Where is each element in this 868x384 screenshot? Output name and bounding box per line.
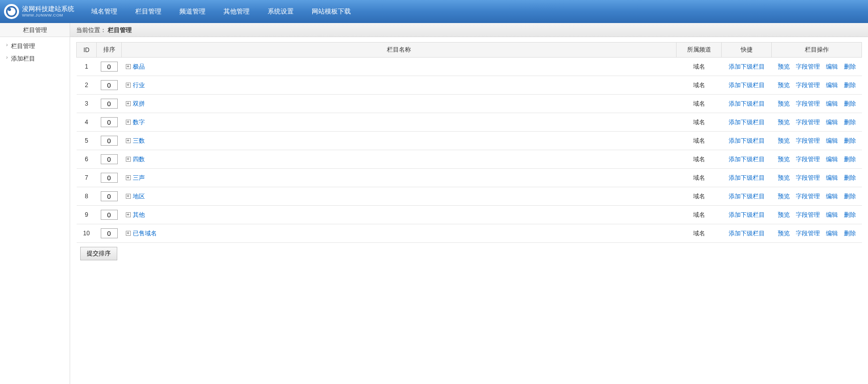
th-ops: 栏目操作 bbox=[772, 43, 862, 58]
cell-quick: 添加下级栏目 bbox=[722, 58, 772, 76]
field-manage-link[interactable]: 字段管理 bbox=[796, 192, 820, 201]
expand-icon[interactable]: + bbox=[126, 64, 131, 69]
field-manage-link[interactable]: 字段管理 bbox=[796, 100, 820, 108]
delete-link[interactable]: 删除 bbox=[844, 155, 856, 164]
preview-link[interactable]: 预览 bbox=[778, 63, 790, 71]
preview-link[interactable]: 预览 bbox=[778, 81, 790, 90]
cell-name: +地区 bbox=[122, 187, 677, 206]
column-name-link[interactable]: 已售域名 bbox=[133, 230, 157, 237]
add-sub-column-link[interactable]: 添加下级栏目 bbox=[729, 193, 765, 200]
sort-input[interactable] bbox=[101, 99, 118, 109]
topnav-item-3[interactable]: 其他管理 bbox=[214, 0, 259, 23]
topnav-item-2[interactable]: 频道管理 bbox=[170, 0, 214, 23]
column-name-link[interactable]: 行业 bbox=[133, 82, 145, 89]
cell-sort bbox=[97, 113, 122, 132]
topnav-item-4[interactable]: 系统设置 bbox=[259, 0, 303, 23]
edit-link[interactable]: 编辑 bbox=[826, 192, 838, 201]
delete-link[interactable]: 删除 bbox=[844, 63, 856, 71]
add-sub-column-link[interactable]: 添加下级栏目 bbox=[729, 63, 765, 70]
field-manage-link[interactable]: 字段管理 bbox=[796, 137, 820, 145]
delete-link[interactable]: 删除 bbox=[844, 211, 856, 219]
table-row: 7+三声域名添加下级栏目预览字段管理编辑删除 bbox=[77, 169, 862, 187]
edit-link[interactable]: 编辑 bbox=[826, 211, 838, 219]
edit-link[interactable]: 编辑 bbox=[826, 137, 838, 145]
add-sub-column-link[interactable]: 添加下级栏目 bbox=[729, 82, 765, 89]
sort-input[interactable] bbox=[101, 62, 118, 72]
preview-link[interactable]: 预览 bbox=[778, 174, 790, 182]
add-sub-column-link[interactable]: 添加下级栏目 bbox=[729, 174, 765, 181]
column-name-link[interactable]: 地区 bbox=[133, 193, 145, 200]
sort-input[interactable] bbox=[101, 210, 118, 220]
column-name-link[interactable]: 三声 bbox=[133, 174, 145, 181]
sort-input[interactable] bbox=[101, 136, 118, 146]
sort-input[interactable] bbox=[101, 117, 118, 127]
cell-ops: 预览字段管理编辑删除 bbox=[772, 187, 862, 206]
field-manage-link[interactable]: 字段管理 bbox=[796, 81, 820, 90]
edit-link[interactable]: 编辑 bbox=[826, 155, 838, 164]
column-name-link[interactable]: 数字 bbox=[133, 119, 145, 126]
column-name-link[interactable]: 四数 bbox=[133, 156, 145, 163]
cell-sort bbox=[97, 150, 122, 169]
field-manage-link[interactable]: 字段管理 bbox=[796, 211, 820, 219]
sort-input[interactable] bbox=[101, 80, 118, 90]
delete-link[interactable]: 删除 bbox=[844, 192, 856, 201]
topnav-item-1[interactable]: 栏目管理 bbox=[126, 0, 170, 23]
add-sub-column-link[interactable]: 添加下级栏目 bbox=[729, 156, 765, 163]
edit-link[interactable]: 编辑 bbox=[826, 118, 838, 127]
expand-icon[interactable]: + bbox=[126, 157, 131, 162]
delete-link[interactable]: 删除 bbox=[844, 174, 856, 182]
edit-link[interactable]: 编辑 bbox=[826, 174, 838, 182]
column-name-link[interactable]: 其他 bbox=[133, 211, 145, 218]
expand-icon[interactable]: + bbox=[126, 83, 131, 88]
preview-link[interactable]: 预览 bbox=[778, 137, 790, 145]
delete-link[interactable]: 删除 bbox=[844, 100, 856, 108]
column-name-link[interactable]: 极品 bbox=[133, 63, 145, 70]
delete-link[interactable]: 删除 bbox=[844, 137, 856, 145]
expand-icon[interactable]: + bbox=[126, 212, 131, 217]
delete-link[interactable]: 删除 bbox=[844, 229, 856, 238]
preview-link[interactable]: 预览 bbox=[778, 118, 790, 127]
sort-input[interactable] bbox=[101, 228, 118, 238]
edit-link[interactable]: 编辑 bbox=[826, 81, 838, 90]
expand-icon[interactable]: + bbox=[126, 101, 131, 106]
cell-sort bbox=[97, 58, 122, 76]
add-sub-column-link[interactable]: 添加下级栏目 bbox=[729, 119, 765, 126]
expand-icon[interactable]: + bbox=[126, 120, 131, 125]
topnav-item-5[interactable]: 网站模板下载 bbox=[303, 0, 360, 23]
field-manage-link[interactable]: 字段管理 bbox=[796, 63, 820, 71]
preview-link[interactable]: 预览 bbox=[778, 192, 790, 201]
add-sub-column-link[interactable]: 添加下级栏目 bbox=[729, 230, 765, 237]
add-sub-column-link[interactable]: 添加下级栏目 bbox=[729, 211, 765, 218]
submit-sort-button[interactable]: 提交排序 bbox=[80, 247, 117, 260]
expand-icon[interactable]: + bbox=[126, 138, 131, 143]
preview-link[interactable]: 预览 bbox=[778, 211, 790, 219]
column-name-link[interactable]: 双拼 bbox=[133, 100, 145, 107]
add-sub-column-link[interactable]: 添加下级栏目 bbox=[729, 100, 765, 107]
topnav-item-0[interactable]: 域名管理 bbox=[82, 0, 126, 23]
cell-name: +三声 bbox=[122, 169, 677, 187]
expand-icon[interactable]: + bbox=[126, 231, 131, 236]
field-manage-link[interactable]: 字段管理 bbox=[796, 229, 820, 238]
preview-link[interactable]: 预览 bbox=[778, 100, 790, 108]
add-sub-column-link[interactable]: 添加下级栏目 bbox=[729, 137, 765, 144]
sort-input[interactable] bbox=[101, 154, 118, 164]
field-manage-link[interactable]: 字段管理 bbox=[796, 155, 820, 164]
sort-input[interactable] bbox=[101, 173, 118, 183]
edit-link[interactable]: 编辑 bbox=[826, 63, 838, 71]
preview-link[interactable]: 预览 bbox=[778, 229, 790, 238]
preview-link[interactable]: 预览 bbox=[778, 155, 790, 164]
edit-link[interactable]: 编辑 bbox=[826, 100, 838, 108]
sidebar-item-1[interactable]: 添加栏目 bbox=[0, 53, 70, 65]
sidebar-item-0[interactable]: 栏目管理 bbox=[0, 40, 70, 53]
delete-link[interactable]: 删除 bbox=[844, 81, 856, 90]
expand-icon[interactable]: + bbox=[126, 194, 131, 199]
field-manage-link[interactable]: 字段管理 bbox=[796, 174, 820, 182]
delete-link[interactable]: 删除 bbox=[844, 118, 856, 127]
sort-input[interactable] bbox=[101, 191, 118, 201]
cell-channel: 域名 bbox=[677, 132, 722, 150]
edit-link[interactable]: 编辑 bbox=[826, 229, 838, 238]
column-name-link[interactable]: 三数 bbox=[133, 137, 145, 144]
cell-channel: 域名 bbox=[677, 58, 722, 76]
field-manage-link[interactable]: 字段管理 bbox=[796, 118, 820, 127]
expand-icon[interactable]: + bbox=[126, 175, 131, 180]
